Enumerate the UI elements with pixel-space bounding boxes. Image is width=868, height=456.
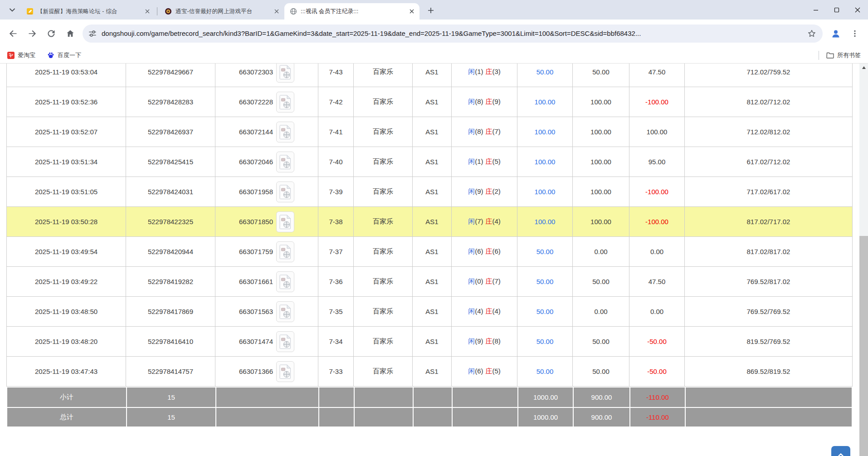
table-row[interactable]: 2025-11-19 03:47:43 522978414757 6630713… bbox=[6, 357, 853, 387]
game-round: 663072228 bbox=[215, 87, 318, 117]
balance: 712.02/759.52 bbox=[685, 64, 853, 87]
bet-id: 522978417869 bbox=[126, 297, 215, 327]
bet-amount: 100.00 bbox=[517, 147, 573, 177]
minimize-button[interactable] bbox=[805, 0, 826, 20]
menu-button[interactable] bbox=[845, 24, 864, 43]
table-row[interactable]: 2025-11-19 03:48:50 522978417869 6630715… bbox=[6, 297, 853, 327]
game-name: 百家乐 bbox=[354, 327, 413, 357]
game-round: 663071958 bbox=[215, 177, 318, 207]
table-number: 7-39 bbox=[318, 177, 354, 207]
total-valid: 900.00 bbox=[573, 407, 629, 427]
all-bookmarks-button[interactable]: 所有书签 bbox=[826, 51, 861, 59]
subtotal-winloss: -110.00 bbox=[629, 387, 685, 407]
table-row[interactable]: 2025-11-19 03:50:28 522978422325 6630718… bbox=[6, 207, 853, 237]
table-row[interactable]: 2025-11-19 03:53:04 522978429667 6630723… bbox=[6, 64, 853, 87]
bet-amount: 50.00 bbox=[517, 357, 573, 387]
video-replay-button[interactable] bbox=[276, 301, 294, 322]
bet-detail: 闲(8)庄(7) bbox=[452, 117, 517, 147]
tab-close-icon[interactable] bbox=[143, 7, 151, 15]
video-replay-button[interactable] bbox=[276, 241, 294, 262]
tab-bet-records[interactable]: :::视讯 会员下注纪录::: bbox=[284, 3, 419, 20]
bet-detail: 闲(0)庄(7) bbox=[452, 267, 517, 297]
account: AS1 bbox=[413, 177, 452, 207]
video-replay-button[interactable] bbox=[276, 211, 294, 232]
empty-cell bbox=[354, 407, 413, 427]
bookmark-taobao[interactable]: 爱淘宝 bbox=[7, 51, 35, 59]
game-name: 百家乐 bbox=[354, 207, 413, 237]
win-loss: 95.00 bbox=[629, 147, 685, 177]
new-tab-button[interactable] bbox=[424, 4, 438, 17]
tab-forum[interactable]: 【新提醒】海燕策略论坛 - 综合 bbox=[21, 3, 155, 20]
tab-close-icon[interactable] bbox=[273, 7, 281, 15]
table-row[interactable]: 2025-11-19 03:52:07 522978426937 6630721… bbox=[6, 117, 853, 147]
video-file-icon bbox=[279, 304, 291, 319]
game-name: 百家乐 bbox=[354, 267, 413, 297]
url-bar[interactable]: dongshouji.com/game/betrecord_search/kin… bbox=[83, 25, 823, 43]
close-window-button[interactable] bbox=[847, 0, 868, 20]
subtotal-bet: 1000.00 bbox=[517, 387, 573, 407]
bookmarks-right: 所有书签 bbox=[819, 51, 861, 60]
bet-amount: 50.00 bbox=[517, 297, 573, 327]
video-replay-button[interactable] bbox=[276, 64, 294, 83]
bet-amount: 100.00 bbox=[517, 207, 573, 237]
back-button[interactable] bbox=[4, 24, 23, 43]
valid-amount: 100.00 bbox=[573, 207, 629, 237]
bookmark-baidu[interactable]: 百度一下 bbox=[47, 51, 81, 59]
subtotal-count: 15 bbox=[126, 387, 215, 407]
window-controls bbox=[805, 0, 868, 20]
browser-toolbar: dongshouji.com/game/betrecord_search/kin… bbox=[0, 20, 868, 47]
subtotal-row: 小计 15 1000.00 900.00 -110.00 bbox=[6, 387, 853, 407]
profile-button[interactable] bbox=[826, 24, 845, 43]
table-row[interactable]: 2025-11-19 03:51:05 522978424031 6630719… bbox=[6, 177, 853, 207]
tab-close-icon[interactable] bbox=[408, 7, 416, 15]
bet-amount: 100.00 bbox=[517, 87, 573, 117]
empty-cell bbox=[413, 407, 452, 427]
video-replay-button[interactable] bbox=[276, 361, 294, 382]
reload-button[interactable] bbox=[42, 24, 61, 43]
video-replay-button[interactable] bbox=[276, 271, 294, 292]
table-row[interactable]: 2025-11-19 03:49:22 522978419282 6630716… bbox=[6, 267, 853, 297]
table-row[interactable]: 2025-11-19 03:49:54 522978420944 6630717… bbox=[6, 237, 853, 267]
bet-detail: 闲(8)庄(9) bbox=[452, 87, 517, 117]
scrollbar[interactable] bbox=[859, 64, 868, 456]
win-loss: 100.00 bbox=[629, 117, 685, 147]
star-icon[interactable] bbox=[807, 29, 816, 38]
maximize-button[interactable] bbox=[826, 0, 847, 20]
video-replay-button[interactable] bbox=[276, 92, 294, 113]
account: AS1 bbox=[413, 327, 452, 357]
tab-title: 通宝-信誉最好的网上游戏平台 bbox=[176, 8, 269, 15]
bet-id: 522978425415 bbox=[126, 147, 215, 177]
bet-time: 2025-11-19 03:49:54 bbox=[6, 237, 126, 267]
tab-search-button[interactable] bbox=[5, 3, 19, 17]
table-row[interactable]: 2025-11-19 03:51:34 522978425415 6630720… bbox=[6, 147, 853, 177]
minimize-icon bbox=[813, 7, 819, 13]
table-number: 7-37 bbox=[318, 237, 354, 267]
video-replay-button[interactable] bbox=[276, 331, 294, 352]
balance: 817.02/817.02 bbox=[685, 237, 853, 267]
video-replay-button[interactable] bbox=[276, 152, 294, 172]
home-button[interactable] bbox=[61, 24, 80, 43]
page-content: 2025-11-19 03:53:04 522978429667 6630723… bbox=[0, 64, 868, 456]
valid-amount: 50.00 bbox=[573, 357, 629, 387]
empty-cell bbox=[215, 407, 318, 427]
scroll-up-arrow[interactable] bbox=[859, 64, 868, 71]
close-icon bbox=[855, 7, 860, 13]
video-replay-button[interactable] bbox=[276, 122, 294, 142]
win-loss: -50.00 bbox=[629, 327, 685, 357]
video-replay-button[interactable] bbox=[276, 181, 294, 202]
tab-title: 【新提醒】海燕策略论坛 - 综合 bbox=[37, 8, 140, 15]
balance: 717.02/617.02 bbox=[685, 177, 853, 207]
subtotal-label: 小计 bbox=[6, 387, 126, 407]
tab-tongbao[interactable]: 通宝-信誉最好的网上游戏平台 bbox=[159, 3, 284, 20]
forward-button[interactable] bbox=[23, 24, 42, 43]
bet-id: 522978426937 bbox=[126, 117, 215, 147]
table-number: 7-33 bbox=[318, 357, 354, 387]
table-row[interactable]: 2025-11-19 03:48:20 522978416410 6630714… bbox=[6, 327, 853, 357]
win-loss: -100.00 bbox=[629, 177, 685, 207]
scrollbar-thumb[interactable] bbox=[859, 236, 868, 456]
bet-time: 2025-11-19 03:47:43 bbox=[6, 357, 126, 387]
scroll-to-top-button[interactable] bbox=[831, 446, 850, 456]
table-row[interactable]: 2025-11-19 03:52:36 522978428283 6630722… bbox=[6, 87, 853, 117]
forward-icon bbox=[28, 29, 37, 38]
bet-amount: 100.00 bbox=[517, 177, 573, 207]
